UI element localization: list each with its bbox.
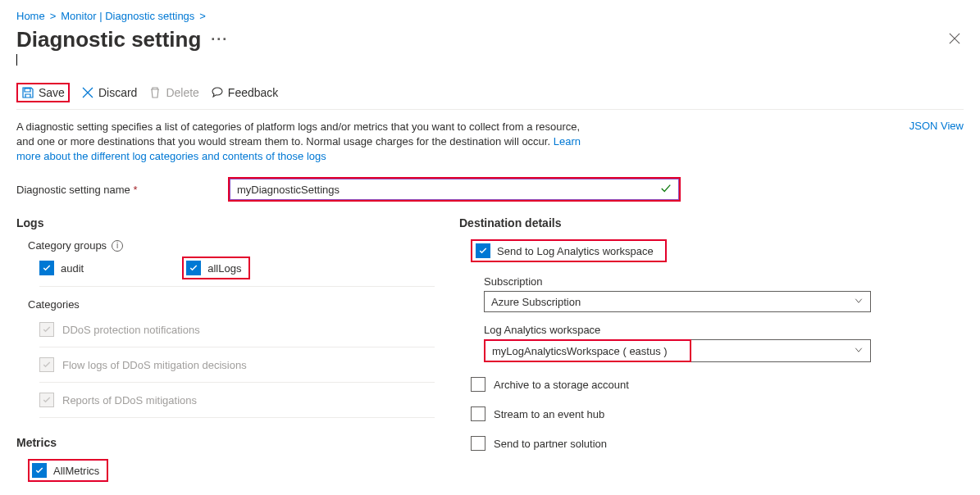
page-title: Diagnostic setting ··· (16, 27, 228, 52)
breadcrumb: Home > Monitor | Diagnostic settings > (16, 10, 964, 22)
flow-logs-checkbox (39, 357, 54, 372)
chevron-down-icon (854, 345, 864, 356)
description-text: A diagnostic setting specifies a list of… (16, 120, 590, 164)
allmetrics-checkbox[interactable] (32, 463, 47, 478)
reports-label: Reports of DDoS mitigations (62, 394, 197, 406)
ddos-notifications-label: DDoS protection notifications (62, 324, 200, 336)
diagnostic-name-input[interactable]: myDiagnosticSettings (230, 179, 679, 200)
stream-checkbox[interactable] (471, 406, 485, 421)
stream-label: Stream to an event hub (494, 408, 604, 420)
delete-icon (148, 86, 162, 99)
alllogs-label: allLogs (207, 262, 241, 275)
send-law-checkbox[interactable] (476, 243, 490, 258)
partner-checkbox[interactable] (471, 436, 485, 451)
feedback-icon (211, 86, 224, 99)
subscription-label: Subscription (484, 275, 886, 288)
text-cursor (16, 54, 17, 66)
destination-heading: Destination details (459, 216, 886, 229)
save-icon (21, 86, 34, 99)
archive-checkbox[interactable] (471, 377, 485, 392)
discard-icon (81, 86, 94, 99)
breadcrumb-monitor[interactable]: Monitor | Diagnostic settings (61, 10, 194, 22)
check-icon (660, 183, 672, 197)
toolbar: Save Discard Delete Feedback (16, 83, 964, 110)
allmetrics-label: AllMetrics (53, 465, 99, 477)
chevron-right-icon: > (50, 10, 57, 22)
partner-label: Send to partner solution (494, 438, 607, 450)
close-icon[interactable] (946, 28, 964, 52)
archive-label: Archive to a storage account (494, 379, 629, 391)
more-icon[interactable]: ··· (211, 31, 228, 48)
json-view-link[interactable]: JSON View (909, 120, 964, 132)
chevron-down-icon (854, 296, 864, 307)
law-select[interactable]: myLogAnalyticsWorkspace ( eastus ) (485, 341, 690, 361)
save-button[interactable]: Save (21, 86, 65, 99)
send-law-label: Send to Log Analytics workspace (497, 245, 654, 257)
name-label: Diagnostic setting name * (16, 184, 228, 196)
info-icon[interactable]: i (112, 240, 123, 252)
audit-checkbox[interactable] (39, 261, 54, 275)
audit-label: audit (61, 262, 84, 275)
law-label: Log Analytics workspace (484, 324, 886, 336)
logs-heading: Logs (16, 216, 435, 229)
chevron-right-icon: > (199, 10, 206, 22)
reports-checkbox (39, 393, 54, 407)
delete-button: Delete (148, 86, 198, 99)
flow-logs-label: Flow logs of DDoS mitigation decisions (62, 359, 247, 371)
categories-heading: Categories (28, 298, 435, 311)
discard-button[interactable]: Discard (81, 86, 137, 99)
metrics-heading: Metrics (16, 436, 435, 449)
subscription-select[interactable]: Azure Subscription (484, 291, 871, 312)
feedback-button[interactable]: Feedback (211, 86, 278, 99)
category-groups-label: Category groups i (28, 239, 435, 252)
breadcrumb-home[interactable]: Home (16, 10, 45, 22)
alllogs-checkbox[interactable] (186, 261, 201, 275)
ddos-notifications-checkbox (39, 322, 54, 337)
